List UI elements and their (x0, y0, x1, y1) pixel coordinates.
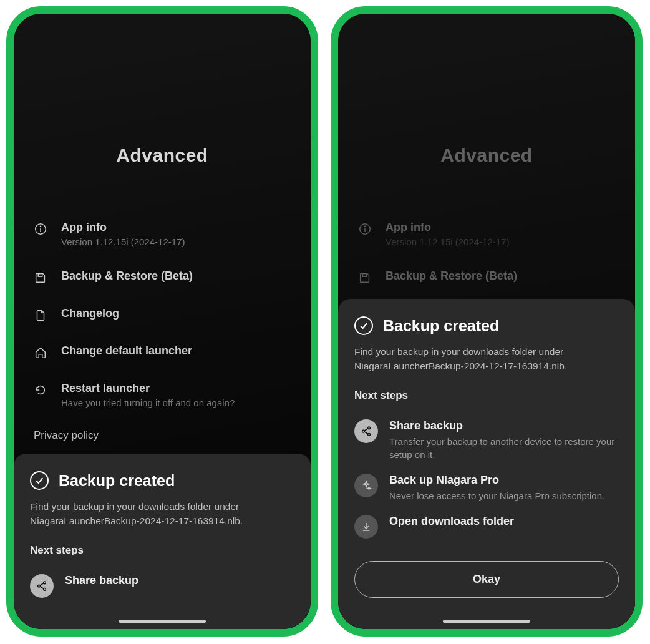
info-icon (34, 222, 47, 236)
home-icon (34, 346, 47, 359)
sheet-title: Backup created (59, 472, 175, 490)
bottom-sheet-expanded: Backup created Find your backup in your … (338, 299, 635, 629)
svg-line-7 (40, 583, 44, 586)
menu-restart[interactable]: Restart launcher Have you tried turning … (29, 371, 296, 419)
check-icon (354, 316, 373, 335)
menu-sub: Have you tried turning it off and on aga… (61, 398, 235, 408)
step-pro[interactable]: Back up Niagara Pro Never lose access to… (354, 467, 619, 509)
sheet-description: Find your backup in your downloads folde… (30, 500, 294, 528)
menu-backup-restore: Backup & Restore (Beta) (353, 258, 620, 296)
step-sub: Transfer your backup to another device t… (389, 435, 619, 461)
step-title: Share backup (65, 574, 138, 587)
menu-app-info: App info Version 1.12.15i (2024-12-17) (353, 210, 620, 258)
next-steps-label: Next steps (30, 544, 294, 557)
home-indicator[interactable] (119, 620, 206, 623)
save-icon (34, 271, 47, 285)
privacy-policy-link[interactable]: Privacy policy (14, 419, 311, 457)
menu-label: Restart launcher (61, 382, 235, 395)
menu-backup-restore[interactable]: Backup & Restore (Beta) (29, 258, 296, 296)
svg-line-16 (364, 429, 368, 431)
document-icon (34, 308, 47, 322)
step-title: Back up Niagara Pro (389, 474, 604, 487)
svg-point-2 (40, 226, 41, 227)
step-title: Open downloads folder (389, 515, 514, 528)
menu-changelog[interactable]: Changelog (29, 296, 296, 333)
sparkle-icon (354, 474, 378, 497)
bottom-sheet-peek[interactable]: Backup created Find your backup in your … (14, 454, 311, 629)
sheet-title: Backup created (383, 317, 499, 335)
share-icon (354, 419, 378, 443)
page-title: Advanced (338, 145, 635, 166)
restart-icon (34, 383, 47, 397)
page-title: Advanced (14, 145, 311, 166)
menu-sub: Version 1.12.15i (2024-12-17) (61, 237, 185, 247)
okay-button[interactable]: Okay (354, 561, 619, 598)
menu-default-launcher[interactable]: Change default launcher (29, 333, 296, 371)
step-share[interactable]: Share backup (30, 568, 294, 604)
info-icon (358, 222, 372, 236)
menu-app-info[interactable]: App info Version 1.12.15i (2024-12-17) (29, 210, 296, 258)
share-icon (30, 574, 54, 598)
next-steps-label: Next steps (354, 389, 619, 402)
menu-label: App info (61, 221, 185, 234)
step-title: Share backup (389, 419, 619, 432)
dimmed-background: Advanced App info Version 1.12.15i (2024… (338, 14, 635, 296)
save-icon (358, 271, 372, 285)
sheet-description: Find your backup in your downloads folde… (354, 345, 619, 373)
menu-label: Change default launcher (61, 344, 192, 358)
menu-label: Changelog (61, 307, 119, 320)
screen-right: Advanced App info Version 1.12.15i (2024… (338, 14, 635, 629)
svg-point-11 (364, 226, 365, 227)
step-share[interactable]: Share backup Transfer your backup to ano… (354, 413, 619, 467)
svg-rect-12 (362, 274, 366, 277)
step-sub: Never lose access to your Niagara Pro su… (389, 489, 604, 502)
menu-list: App info Version 1.12.15i (2024-12-17) B… (14, 210, 311, 419)
svg-line-8 (40, 587, 44, 589)
home-indicator[interactable] (443, 620, 530, 623)
svg-rect-3 (38, 274, 42, 277)
svg-line-17 (364, 432, 368, 434)
step-open-downloads[interactable]: Open downloads folder (354, 509, 619, 545)
download-icon (354, 515, 378, 539)
screen-left: Advanced App info Version 1.12.15i (2024… (14, 14, 311, 629)
phone-left: Advanced App info Version 1.12.15i (2024… (6, 6, 318, 637)
check-icon (30, 471, 49, 490)
phone-right: Advanced App info Version 1.12.15i (2024… (331, 6, 643, 637)
menu-label: Backup & Restore (Beta) (61, 270, 193, 283)
